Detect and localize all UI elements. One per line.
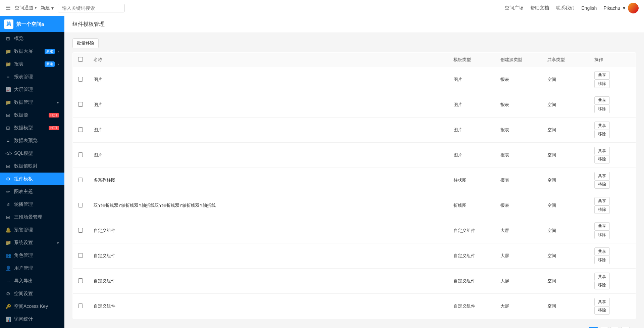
remove-button-1[interactable]: 移除	[594, 80, 610, 88]
row-name-6: 双Y轴折线双Y轴折线双Y轴折线双Y轴折线双Y轴折线双Y轴折线	[88, 193, 448, 218]
row-checkbox-5[interactable]	[78, 178, 83, 182]
search-input[interactable]	[58, 4, 125, 12]
table-row: 图片 图片 报表 空间 共享 移除	[73, 67, 636, 92]
remove-button-3[interactable]: 移除	[594, 130, 610, 138]
space-market-link[interactable]: 空间广场	[505, 5, 524, 11]
row-template-type-6: 折线图	[448, 193, 495, 218]
report-icon: 📁	[5, 61, 11, 67]
sidebar-item-data-source[interactable]: ⊞ 数据源 HOT	[0, 109, 64, 122]
share-button-3[interactable]: 共享	[594, 122, 610, 130]
table-row: 多系列柱图 柱状图 报表 空间 共享 移除	[73, 168, 636, 193]
row-checkbox-2[interactable]	[78, 102, 83, 107]
new-label: 新建	[41, 5, 50, 11]
sidebar-import-export-label: 导入导出	[14, 278, 59, 284]
row-template-type-2: 图片	[448, 92, 495, 118]
sidebar-item-visit-stats[interactable]: 📊 访问统计	[0, 313, 64, 326]
row-checkbox-cell-7	[73, 218, 89, 243]
row-checkbox-9[interactable]	[78, 278, 83, 283]
user-menu[interactable]: Pikachu ▾	[603, 3, 639, 13]
page-title: 组件模板管理	[72, 21, 105, 27]
select-all-checkbox[interactable]	[78, 57, 83, 62]
sidebar-item-report-mgmt[interactable]: ≡ 报表管理	[0, 71, 64, 83]
sidebar-item-import-export[interactable]: → 导入导出	[0, 275, 64, 287]
space-channel-dropdown[interactable]: 空间通道 ▾	[15, 5, 37, 11]
remove-button-2[interactable]: 移除	[594, 105, 610, 113]
sidebar-item-alert-mgmt[interactable]: 🔔 预警管理	[0, 224, 64, 236]
widget-template-icon: ⚙	[5, 176, 11, 182]
sidebar-overview-label: 概览	[14, 36, 59, 42]
sidebar-item-space-access-key[interactable]: 🔑 空间Access Key	[0, 300, 64, 313]
contact-us-link[interactable]: 联系我们	[556, 5, 575, 11]
sidebar-item-report[interactable]: 📁 报表 新建 ›	[0, 58, 64, 71]
row-checkbox-4[interactable]	[78, 152, 83, 157]
sidebar-item-space-settings[interactable]: ⚙ 空间设置	[0, 287, 64, 300]
report-new-badge[interactable]: 新建	[45, 61, 55, 67]
sidebar-item-carousel-mgmt[interactable]: 🖥 轮播管理	[0, 198, 64, 211]
sidebar-item-chart-theme[interactable]: ✏ 图表主题	[0, 185, 64, 198]
share-button-6[interactable]: 共享	[594, 197, 610, 205]
remove-button-4[interactable]: 移除	[594, 155, 610, 163]
sidebar-item-system-settings[interactable]: 📁 系统设置 ∨	[0, 236, 64, 249]
sidebar-item-screen-mgmt[interactable]: 📈 大屏管理	[0, 83, 64, 96]
language-switcher[interactable]: English	[581, 5, 597, 11]
sidebar-role-mgmt-label: 角色管理	[14, 252, 59, 259]
share-button-4[interactable]: 共享	[594, 147, 610, 155]
row-checkbox-8[interactable]	[78, 253, 83, 258]
row-source-type-3: 报表	[495, 118, 542, 143]
share-button-1[interactable]: 共享	[594, 71, 610, 80]
row-name-5: 多系列柱图	[88, 168, 448, 193]
role-mgmt-icon: 👥	[5, 253, 11, 258]
share-button-2[interactable]: 共享	[594, 96, 610, 105]
share-button-10[interactable]: 共享	[594, 298, 610, 306]
row-source-type-10: 大屏	[495, 294, 542, 319]
row-checkbox-3[interactable]	[78, 127, 83, 132]
row-checkbox-cell-3	[73, 118, 89, 143]
sidebar-logo[interactable]: 第 第一个空间a	[0, 16, 64, 32]
row-template-type-1: 图片	[448, 67, 495, 92]
help-docs-link[interactable]: 帮助文档	[530, 5, 549, 11]
header-share-type: 共享类型	[542, 53, 589, 67]
row-checkbox-cell-10	[73, 294, 89, 319]
remove-button-5[interactable]: 移除	[594, 180, 610, 189]
share-button-5[interactable]: 共享	[594, 172, 610, 180]
row-name-10: 自定义组件	[88, 294, 448, 319]
sidebar-item-role-mgmt[interactable]: 👥 角色管理	[0, 249, 64, 262]
sidebar-item-data-mgmt[interactable]: 📁 数据管理 ∨	[0, 96, 64, 109]
row-action-5: 共享 移除	[589, 168, 636, 193]
sidebar-item-data-mapping[interactable]: ⊞ 数据值映射	[0, 160, 64, 173]
sidebar-widget-template-label: 组件模板	[14, 176, 59, 182]
row-name-9: 自定义组件	[88, 269, 448, 294]
sidebar-item-data-preview[interactable]: ≡ 数据表预览	[0, 134, 64, 147]
row-checkbox-10[interactable]	[78, 303, 83, 308]
sidebar-item-data-screen[interactable]: 📁 数据大屏 新建 ›	[0, 45, 64, 58]
avatar	[628, 3, 639, 13]
new-button[interactable]: 新建 ▾	[41, 5, 54, 11]
sidebar-item-user-mgmt[interactable]: 👤 用户管理	[0, 262, 64, 275]
row-name-7: 自定义组件	[88, 218, 448, 243]
remove-button-10[interactable]: 移除	[594, 306, 610, 315]
remove-button-7[interactable]: 移除	[594, 231, 610, 239]
sidebar-item-3d-mgmt[interactable]: ⊞ 三维场景管理	[0, 211, 64, 224]
share-button-7[interactable]: 共享	[594, 222, 610, 231]
row-checkbox-7[interactable]	[78, 228, 83, 233]
bulk-move-button[interactable]: 批量移除	[72, 38, 99, 48]
sidebar-item-widget-template[interactable]: ⚙ 组件模板	[0, 173, 64, 185]
data-screen-new-badge[interactable]: 新建	[45, 49, 55, 54]
row-name-4: 图片	[88, 143, 448, 168]
sidebar-item-sql-model[interactable]: </> SQL模型	[0, 147, 64, 160]
hamburger-icon[interactable]: ☰	[5, 4, 11, 12]
row-source-type-4: 报表	[495, 143, 542, 168]
row-template-type-3: 图片	[448, 118, 495, 143]
remove-button-9[interactable]: 移除	[594, 281, 610, 289]
new-arrow-icon: ▾	[51, 5, 54, 11]
share-button-9[interactable]: 共享	[594, 273, 610, 281]
sidebar-item-data-model[interactable]: ⊞ 数据模型 HOT	[0, 122, 64, 134]
row-checkbox-6[interactable]	[78, 203, 83, 207]
remove-button-6[interactable]: 移除	[594, 205, 610, 214]
remove-button-8[interactable]: 移除	[594, 256, 610, 264]
share-button-8[interactable]: 共享	[594, 247, 610, 256]
row-checkbox-1[interactable]	[78, 77, 83, 82]
sidebar-item-overview[interactable]: ⊞ 概览	[0, 32, 64, 45]
space-access-key-icon: 🔑	[5, 304, 11, 309]
row-action-3: 共享 移除	[589, 118, 636, 143]
